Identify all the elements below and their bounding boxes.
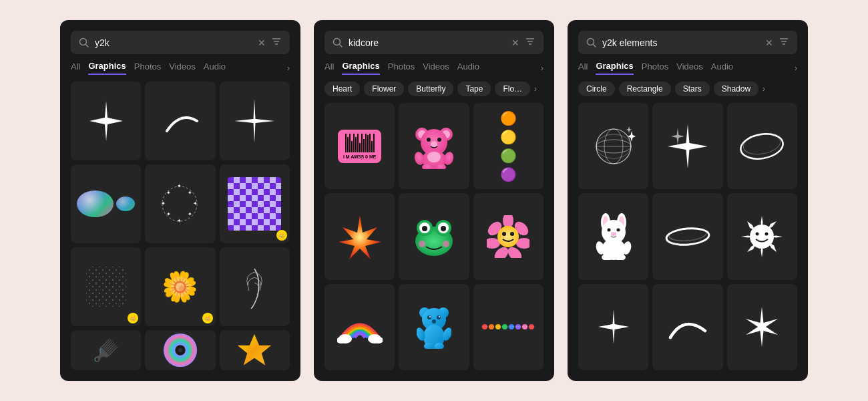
svg-point-29 bbox=[437, 138, 441, 142]
tab-all-2[interactable]: All bbox=[324, 61, 334, 74]
grid-item-starburst[interactable] bbox=[220, 82, 290, 160]
grid-item-cd[interactable] bbox=[145, 330, 215, 370]
svg-text:✦: ✦ bbox=[177, 218, 182, 224]
tab-videos-2[interactable]: Videos bbox=[423, 61, 449, 74]
grid-item-sun-smile[interactable] bbox=[727, 193, 797, 279]
grid-item-emoji-stack[interactable]: 🟠 🟡 🟢 🟣 bbox=[473, 103, 544, 189]
svg-line-19 bbox=[340, 44, 343, 47]
tab-all-1[interactable]: All bbox=[71, 61, 80, 74]
svg-point-55 bbox=[502, 232, 506, 236]
nav-tabs-1: All Graphics Photos Videos Audio › bbox=[71, 61, 290, 75]
svg-text:✦: ✦ bbox=[188, 211, 192, 217]
chip-stars[interactable]: Stars bbox=[675, 82, 710, 96]
grid-item-teddy[interactable] bbox=[399, 103, 469, 189]
tab-audio-2[interactable]: Audio bbox=[457, 61, 479, 74]
filter-icon-1[interactable] bbox=[271, 36, 282, 49]
grid-item-bunny[interactable] bbox=[578, 193, 648, 279]
tab-videos-1[interactable]: Videos bbox=[169, 61, 196, 74]
svg-text:✦: ✦ bbox=[161, 200, 166, 207]
svg-point-112 bbox=[756, 232, 759, 235]
grid-item-bubble[interactable] bbox=[71, 164, 141, 243]
svg-marker-17 bbox=[238, 334, 271, 366]
grid-item-beads[interactable] bbox=[473, 284, 544, 370]
search-query-1: y2k bbox=[95, 37, 252, 48]
search-icon bbox=[79, 37, 89, 48]
svg-text:✦: ✦ bbox=[193, 200, 198, 207]
tab-photos-3[interactable]: Photos bbox=[642, 61, 668, 74]
grid-item-rainbow[interactable] bbox=[324, 284, 395, 370]
filter-chips-2: Heart Flower Butterfly Tape Flo… › bbox=[324, 82, 544, 96]
grid-item-hairclip[interactable]: 🪮 bbox=[71, 330, 141, 370]
grid-item-moon-swoop[interactable] bbox=[652, 284, 722, 370]
search-bar-2[interactable]: kidcore ✕ bbox=[324, 31, 544, 54]
tab-all-3[interactable]: All bbox=[578, 61, 588, 74]
chip-rectangle[interactable]: Rectangle bbox=[619, 82, 671, 96]
svg-line-84 bbox=[594, 44, 596, 47]
search-bar-3[interactable]: y2k elements ✕ bbox=[578, 31, 797, 54]
grid-item-halftone[interactable]: 👑 bbox=[71, 247, 141, 326]
svg-point-68 bbox=[432, 319, 436, 323]
svg-point-16 bbox=[178, 348, 182, 352]
svg-point-64 bbox=[427, 315, 431, 319]
svg-line-1 bbox=[86, 44, 89, 47]
grid-item-large-sparkle[interactable] bbox=[652, 103, 722, 189]
grid-item-orange-star[interactable] bbox=[324, 193, 395, 279]
close-icon-3[interactable]: ✕ bbox=[765, 37, 773, 48]
grid-item-gummy-bear[interactable] bbox=[399, 284, 469, 370]
tab-photos-2[interactable]: Photos bbox=[388, 61, 415, 74]
svg-point-28 bbox=[427, 138, 431, 142]
tab-audio-3[interactable]: Audio bbox=[711, 61, 733, 74]
chips-chevron-2[interactable]: › bbox=[534, 84, 537, 94]
search-icon-3 bbox=[586, 37, 597, 48]
svg-text:✦: ✦ bbox=[166, 190, 171, 196]
tab-photos-1[interactable]: Photos bbox=[134, 61, 161, 74]
chip-shadow[interactable]: Shadow bbox=[714, 82, 758, 96]
grid-item-feather[interactable] bbox=[220, 247, 290, 326]
tab-graphics-1[interactable]: Graphics bbox=[88, 61, 126, 75]
svg-point-45 bbox=[419, 241, 425, 247]
grid-item-halo-ring[interactable] bbox=[652, 193, 722, 279]
tab-graphics-2[interactable]: Graphics bbox=[342, 61, 379, 75]
grid-2: I M AW3S 0 ME bbox=[324, 103, 544, 370]
grid-item-daisy[interactable]: 🌼 👑 bbox=[145, 247, 215, 326]
grid-item-sparkle-cross[interactable] bbox=[71, 82, 141, 160]
chips-chevron-3[interactable]: › bbox=[763, 84, 765, 94]
panel-y2k: y2k ✕ All Graphics Photos Videos Audio › bbox=[60, 20, 300, 381]
grid-item-frog[interactable] bbox=[399, 193, 469, 279]
chip-circle[interactable]: Circle bbox=[578, 82, 615, 96]
svg-point-100 bbox=[607, 228, 610, 231]
grid-item-oval-ring[interactable] bbox=[727, 103, 797, 189]
filter-chips-3: Circle Rectangle Stars Shadow › bbox=[578, 82, 797, 96]
tab-audio-1[interactable]: Audio bbox=[204, 61, 226, 74]
chip-flo[interactable]: Flo… bbox=[495, 82, 530, 96]
grid-item-gold-star[interactable] bbox=[220, 330, 290, 370]
svg-point-65 bbox=[437, 315, 441, 319]
grid-item-barcode[interactable]: I M AW3S 0 ME bbox=[324, 103, 395, 189]
chip-heart[interactable]: Heart bbox=[324, 82, 360, 96]
grid-item-star-ring[interactable]: ✦ ✦ ✦ ✦ ✦ ✦ ✦ ✦ bbox=[145, 164, 215, 243]
grid-item-flower-smile[interactable] bbox=[473, 193, 544, 279]
svg-point-102 bbox=[611, 232, 616, 236]
chip-flower[interactable]: Flower bbox=[364, 82, 404, 96]
grid-item-six-star[interactable] bbox=[727, 284, 797, 370]
grid-3 bbox=[578, 103, 797, 370]
nav-chevron-1[interactable]: › bbox=[287, 63, 290, 73]
tab-graphics-3[interactable]: Graphics bbox=[596, 61, 633, 75]
grid-item-moon[interactable] bbox=[145, 82, 215, 160]
nav-chevron-2[interactable]: › bbox=[541, 63, 544, 73]
svg-point-67 bbox=[439, 316, 440, 317]
grid-item-globe[interactable] bbox=[578, 103, 648, 189]
chip-tape[interactable]: Tape bbox=[457, 82, 491, 96]
svg-point-113 bbox=[765, 232, 769, 235]
close-icon-2[interactable]: ✕ bbox=[511, 37, 519, 48]
grid-item-small-sparkle[interactable] bbox=[578, 284, 648, 370]
chip-butterfly[interactable]: Butterfly bbox=[408, 82, 453, 96]
search-bar-1[interactable]: y2k ✕ bbox=[71, 31, 290, 54]
tab-videos-3[interactable]: Videos bbox=[676, 61, 703, 74]
nav-chevron-3[interactable]: › bbox=[795, 63, 797, 73]
filter-icon-3[interactable] bbox=[779, 36, 789, 49]
filter-icon-2[interactable] bbox=[525, 36, 535, 49]
search-query-2: kidcore bbox=[349, 37, 506, 48]
grid-item-checker[interactable]: 👑 bbox=[220, 164, 290, 243]
close-icon-1[interactable]: ✕ bbox=[258, 37, 266, 48]
